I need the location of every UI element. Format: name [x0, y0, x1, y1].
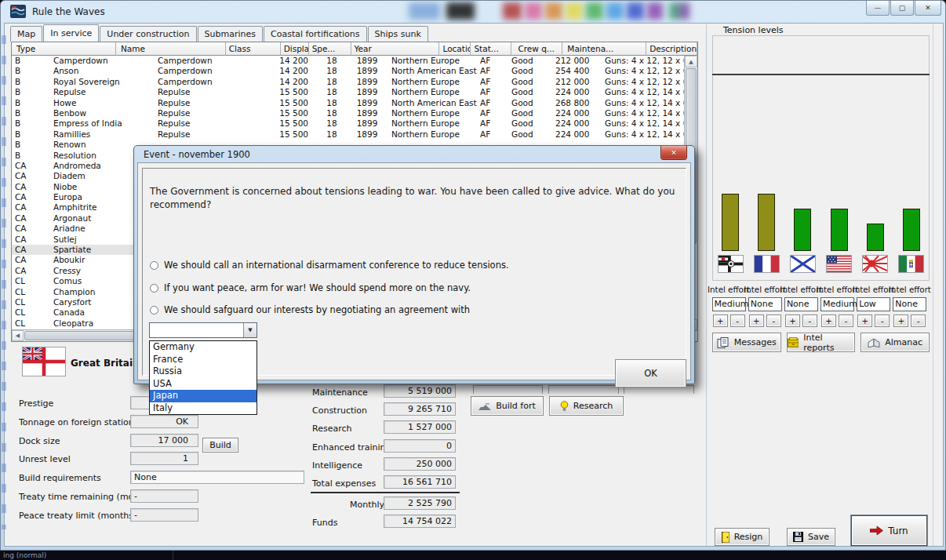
- ship-row[interactable]: B Howe Repulse 15 500 18 1899 North Amer…: [12, 98, 697, 108]
- ship-year: 1899: [346, 56, 388, 66]
- ok-button[interactable]: OK: [615, 359, 686, 387]
- close-button[interactable]: ✕: [915, 1, 941, 16]
- dropdown-option[interactable]: France: [150, 354, 257, 366]
- option-spend-more[interactable]: If you want peace, arm for war! We shoul…: [150, 282, 471, 293]
- save-button[interactable]: Save: [787, 528, 835, 546]
- radio-icon[interactable]: [150, 284, 158, 293]
- dropdown-option[interactable]: Italy: [150, 402, 257, 415]
- radio-icon[interactable]: [150, 261, 158, 270]
- turn-button[interactable]: Turn: [851, 515, 927, 546]
- minimize-button[interactable]: —: [866, 1, 890, 16]
- build-dock-button[interactable]: Build: [202, 438, 238, 453]
- tab-label: Submarines: [205, 29, 256, 39]
- column-header[interactable]: Crew q...: [511, 42, 562, 56]
- column-header[interactable]: Stat...: [471, 42, 511, 56]
- column-header[interactable]: Name: [116, 42, 226, 56]
- country-flags: [712, 255, 930, 273]
- build-fort-button[interactable]: Build fort: [471, 396, 544, 416]
- intel-decrease-button[interactable]: -: [730, 315, 745, 327]
- ship-row[interactable]: B Empress of India Repulse 15 500 18 189…: [12, 118, 697, 129]
- tab[interactable]: Coastal fortifications: [264, 26, 367, 42]
- research-button[interactable]: Research: [549, 396, 624, 416]
- tab[interactable]: Map: [10, 26, 42, 42]
- dropdown-option[interactable]: Germany: [150, 341, 257, 354]
- resign-button[interactable]: Resign: [715, 528, 770, 546]
- messages-button[interactable]: Messages: [712, 333, 781, 352]
- ship-row[interactable]: B Camperdown Camperdown 14 200 18 1899 N…: [12, 56, 697, 66]
- column-header[interactable]: Maintena...: [562, 42, 646, 56]
- ship-speed: 18: [318, 87, 346, 97]
- tension-bar-column: [712, 191, 748, 251]
- intel-stepper: + -: [711, 315, 747, 327]
- country-combobox[interactable]: ▼: [149, 322, 257, 338]
- dropdown-option[interactable]: USA: [150, 378, 257, 391]
- ship-class: Repulse: [153, 129, 263, 140]
- ship-speed: 18: [318, 66, 346, 76]
- option-negotiate[interactable]: We should safguard our interests by nego…: [150, 304, 470, 315]
- intel-decrease-button[interactable]: -: [802, 315, 817, 327]
- dialog-close-button[interactable]: ✕: [660, 146, 687, 160]
- ship-type: CA: [12, 213, 49, 224]
- option-disarmament[interactable]: We should call an international disarmam…: [150, 260, 509, 271]
- column-header[interactable]: Class: [226, 42, 281, 56]
- option-label: If you want peace, arm for war! We shoul…: [164, 282, 471, 293]
- intel-decrease-button[interactable]: -: [875, 315, 890, 327]
- intel-decrease-button[interactable]: -: [839, 315, 853, 327]
- scroll-left-icon[interactable]: ◀: [12, 330, 24, 341]
- finance-value: 14 754 022: [384, 515, 456, 528]
- nation-fields: Prestige 20 Tonnage on foreign stations …: [19, 396, 309, 527]
- intel-increase-button[interactable]: +: [713, 315, 728, 327]
- tab[interactable]: Under construction: [100, 26, 196, 42]
- ship-row[interactable]: B Repulse Repulse 15 500 18 1899 Norther…: [12, 87, 697, 97]
- ship-type: B: [12, 87, 49, 97]
- column-header[interactable]: Type: [12, 42, 116, 56]
- column-header[interactable]: Displacement: [281, 42, 309, 56]
- column-header[interactable]: Year: [351, 42, 440, 56]
- intel-increase-button[interactable]: +: [857, 315, 872, 327]
- intel-increase-button[interactable]: +: [749, 315, 764, 327]
- scroll-up-icon[interactable]: ▲: [685, 56, 697, 67]
- intel-increase-button[interactable]: +: [893, 315, 908, 327]
- intel-decrease-button[interactable]: -: [766, 315, 781, 327]
- almanac-button[interactable]: Almanac: [860, 333, 930, 352]
- ship-row[interactable]: B Ramillies Repulse 15 500 18 1899 North…: [12, 129, 697, 140]
- ship-table-header: Type Name Class Displacement Spe... Year…: [12, 42, 697, 56]
- dropdown-option[interactable]: Japan: [150, 390, 257, 402]
- ship-location: Northern Europe: [388, 118, 477, 129]
- ship-crew-quality: Good: [508, 56, 549, 66]
- intel-increase-button[interactable]: +: [821, 315, 836, 327]
- dropdown-option[interactable]: Russia: [150, 365, 257, 378]
- intel-stepper: + -: [892, 315, 928, 327]
- maximize-button[interactable]: ▢: [890, 1, 914, 16]
- intel-effort-value: Low: [857, 297, 890, 311]
- ship-crew-quality: Good: [508, 118, 549, 129]
- ship-type: B: [12, 77, 49, 87]
- messages-icon: [717, 337, 730, 348]
- intel-increase-button[interactable]: +: [785, 315, 800, 327]
- ship-displacement: 15 500: [263, 129, 318, 140]
- ship-class: Repulse: [153, 87, 263, 97]
- intel-decrease-button[interactable]: -: [911, 315, 926, 327]
- finance-row: Maintenance 5 519 000: [312, 384, 461, 402]
- ship-row[interactable]: B Benbow Repulse 15 500 18 1899 Northern…: [12, 108, 697, 118]
- ship-type: CA: [12, 202, 49, 213]
- column-header[interactable]: Description: [646, 42, 697, 56]
- titlebar[interactable]: Rule the Waves — ▢ ✕: [1, 1, 945, 23]
- column-header[interactable]: Location: [439, 42, 471, 56]
- ship-row[interactable]: B Anson Camperdown 14 200 18 1899 North …: [12, 66, 697, 76]
- close-icon: ✕: [671, 149, 677, 157]
- tab[interactable]: In service: [43, 24, 99, 42]
- tab[interactable]: Ships sunk: [368, 26, 428, 42]
- intel-effort-column: Medium: [819, 297, 855, 311]
- tab[interactable]: Submarines: [198, 26, 263, 42]
- field-value: OK: [130, 415, 198, 428]
- chevron-down-icon[interactable]: ▼: [243, 323, 257, 337]
- intel-reports-button[interactable]: Intel reports: [787, 333, 856, 352]
- finance-value: 0: [384, 439, 456, 453]
- column-header[interactable]: Spe...: [309, 42, 351, 56]
- ship-type: CA: [12, 224, 49, 234]
- intel-effort-labels: Intel effort Intel effort Intel effort I…: [711, 285, 931, 294]
- ship-row[interactable]: B Royal Sovereign Camperdown 14 200 18 1…: [12, 77, 697, 87]
- intel-effort-column: None: [892, 297, 928, 311]
- radio-icon[interactable]: [150, 306, 158, 315]
